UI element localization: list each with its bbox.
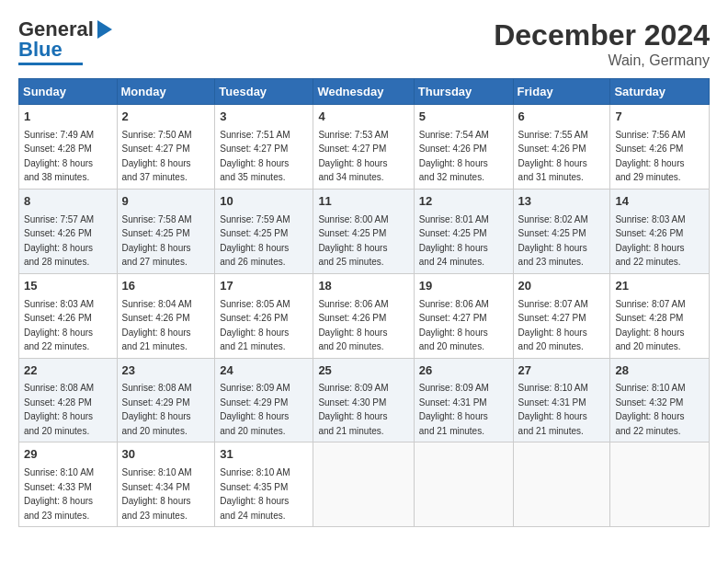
day-info: Sunrise: 8:07 AMSunset: 4:27 PMDaylight:… [518, 299, 588, 352]
calendar-day-cell: 20 Sunrise: 8:07 AMSunset: 4:27 PMDaylig… [513, 273, 610, 358]
day-info: Sunrise: 7:53 AMSunset: 4:27 PMDaylight:… [318, 130, 388, 183]
day-info: Sunrise: 7:57 AMSunset: 4:26 PMDaylight:… [24, 214, 94, 268]
calendar-day-cell [313, 442, 414, 527]
day-info: Sunrise: 7:49 AMSunset: 4:28 PMDaylight:… [24, 130, 94, 183]
day-number: 16 [122, 278, 210, 295]
day-number: 21 [615, 278, 704, 295]
calendar-day-cell: 9 Sunrise: 7:58 AMSunset: 4:25 PMDayligh… [117, 189, 215, 273]
calendar-week-row: 8 Sunrise: 7:57 AMSunset: 4:26 PMDayligh… [19, 189, 710, 273]
calendar-day-cell: 23 Sunrise: 8:08 AMSunset: 4:29 PMDaylig… [117, 358, 215, 442]
day-number: 14 [615, 193, 704, 211]
calendar-day-cell: 18 Sunrise: 8:06 AMSunset: 4:26 PMDaylig… [313, 273, 414, 358]
day-info: Sunrise: 7:54 AMSunset: 4:26 PMDaylight:… [419, 130, 489, 183]
day-number: 17 [220, 278, 308, 295]
calendar-day-cell: 10 Sunrise: 7:59 AMSunset: 4:25 PMDaylig… [215, 189, 313, 273]
calendar-day-cell: 1 Sunrise: 7:49 AMSunset: 4:28 PMDayligh… [19, 105, 118, 190]
day-info: Sunrise: 8:10 AMSunset: 4:35 PMDaylight:… [220, 467, 290, 521]
title-section: December 2024 Wain, Germany [494, 18, 710, 69]
calendar-day-cell: 11 Sunrise: 8:00 AMSunset: 4:25 PMDaylig… [313, 189, 414, 273]
day-info: Sunrise: 8:09 AMSunset: 4:31 PMDaylight:… [419, 383, 489, 436]
day-info: Sunrise: 8:08 AMSunset: 4:29 PMDaylight:… [122, 383, 192, 436]
day-info: Sunrise: 8:02 AMSunset: 4:25 PMDaylight:… [518, 214, 588, 268]
calendar-week-row: 15 Sunrise: 8:03 AMSunset: 4:26 PMDaylig… [19, 273, 710, 358]
day-number: 10 [220, 193, 308, 211]
calendar-day-cell: 21 Sunrise: 8:07 AMSunset: 4:28 PMDaylig… [610, 273, 710, 358]
day-number: 18 [318, 278, 408, 295]
weekday-header: Saturday [610, 79, 710, 105]
calendar-day-cell: 19 Sunrise: 8:06 AMSunset: 4:27 PMDaylig… [414, 273, 513, 358]
weekday-header: Friday [513, 79, 610, 105]
day-info: Sunrise: 8:03 AMSunset: 4:26 PMDaylight:… [24, 299, 94, 352]
day-number: 12 [419, 193, 508, 211]
calendar-day-cell: 2 Sunrise: 7:50 AMSunset: 4:27 PMDayligh… [117, 105, 215, 190]
weekday-header: Wednesday [313, 79, 414, 105]
calendar-week-row: 29 Sunrise: 8:10 AMSunset: 4:33 PMDaylig… [19, 442, 710, 527]
day-number: 9 [122, 193, 210, 211]
calendar-day-cell: 3 Sunrise: 7:51 AMSunset: 4:27 PMDayligh… [215, 105, 313, 190]
logo-arrow-icon [97, 20, 112, 39]
day-info: Sunrise: 8:04 AMSunset: 4:26 PMDaylight:… [122, 299, 192, 352]
day-number: 8 [24, 193, 112, 211]
day-number: 5 [419, 109, 508, 126]
calendar-day-cell: 22 Sunrise: 8:08 AMSunset: 4:28 PMDaylig… [19, 358, 118, 442]
day-number: 20 [518, 278, 606, 295]
day-info: Sunrise: 8:08 AMSunset: 4:28 PMDaylight:… [24, 383, 94, 436]
location: Wain, Germany [494, 52, 710, 69]
calendar-day-cell: 16 Sunrise: 8:04 AMSunset: 4:26 PMDaylig… [117, 273, 215, 358]
calendar-week-row: 1 Sunrise: 7:49 AMSunset: 4:28 PMDayligh… [19, 105, 710, 190]
day-number: 22 [24, 362, 112, 380]
calendar-day-cell: 28 Sunrise: 8:10 AMSunset: 4:32 PMDaylig… [610, 358, 710, 442]
day-info: Sunrise: 8:00 AMSunset: 4:25 PMDaylight:… [318, 214, 388, 268]
day-number: 1 [24, 109, 112, 126]
day-info: Sunrise: 8:09 AMSunset: 4:30 PMDaylight:… [318, 383, 388, 436]
day-number: 23 [122, 362, 210, 380]
page-header: General Blue December 2024 Wain, Germany [18, 18, 710, 69]
calendar-day-cell: 31 Sunrise: 8:10 AMSunset: 4:35 PMDaylig… [215, 442, 313, 527]
calendar-header-row: SundayMondayTuesdayWednesdayThursdayFrid… [19, 79, 710, 105]
day-number: 27 [518, 362, 606, 380]
day-number: 6 [518, 109, 606, 126]
day-number: 7 [615, 109, 704, 126]
day-info: Sunrise: 8:09 AMSunset: 4:29 PMDaylight:… [220, 383, 290, 436]
calendar-day-cell: 24 Sunrise: 8:09 AMSunset: 4:29 PMDaylig… [215, 358, 313, 442]
day-number: 28 [615, 362, 704, 380]
calendar-day-cell: 13 Sunrise: 8:02 AMSunset: 4:25 PMDaylig… [513, 189, 610, 273]
day-number: 19 [419, 278, 508, 295]
day-number: 2 [122, 109, 210, 126]
calendar-day-cell: 15 Sunrise: 8:03 AMSunset: 4:26 PMDaylig… [19, 273, 118, 358]
weekday-header: Tuesday [215, 79, 313, 105]
day-info: Sunrise: 7:59 AMSunset: 4:25 PMDaylight:… [220, 214, 290, 268]
day-info: Sunrise: 8:06 AMSunset: 4:26 PMDaylight:… [318, 299, 388, 352]
day-info: Sunrise: 7:56 AMSunset: 4:26 PMDaylight:… [615, 130, 685, 183]
calendar-day-cell: 25 Sunrise: 8:09 AMSunset: 4:30 PMDaylig… [313, 358, 414, 442]
day-number: 3 [220, 109, 308, 126]
calendar-table: SundayMondayTuesdayWednesdayThursdayFrid… [18, 78, 710, 527]
calendar-day-cell: 8 Sunrise: 7:57 AMSunset: 4:26 PMDayligh… [19, 189, 118, 273]
day-info: Sunrise: 8:10 AMSunset: 4:31 PMDaylight:… [518, 383, 588, 436]
calendar-day-cell [414, 442, 513, 527]
calendar-day-cell: 14 Sunrise: 8:03 AMSunset: 4:26 PMDaylig… [610, 189, 710, 273]
day-info: Sunrise: 8:05 AMSunset: 4:26 PMDaylight:… [220, 299, 290, 352]
weekday-header: Sunday [19, 79, 118, 105]
logo-underline [18, 63, 83, 65]
day-info: Sunrise: 8:06 AMSunset: 4:27 PMDaylight:… [419, 299, 489, 352]
month-title: December 2024 [494, 18, 710, 52]
day-number: 4 [318, 109, 408, 126]
day-number: 29 [24, 446, 112, 464]
day-info: Sunrise: 7:55 AMSunset: 4:26 PMDaylight:… [518, 130, 588, 183]
day-number: 11 [318, 193, 408, 211]
calendar-day-cell [513, 442, 610, 527]
calendar-day-cell: 17 Sunrise: 8:05 AMSunset: 4:26 PMDaylig… [215, 273, 313, 358]
day-number: 15 [24, 278, 112, 295]
day-info: Sunrise: 8:03 AMSunset: 4:26 PMDaylight:… [615, 214, 685, 268]
day-info: Sunrise: 7:51 AMSunset: 4:27 PMDaylight:… [220, 130, 290, 183]
day-number: 25 [318, 362, 408, 380]
day-info: Sunrise: 8:07 AMSunset: 4:28 PMDaylight:… [615, 299, 685, 352]
day-number: 13 [518, 193, 606, 211]
logo: General Blue [18, 18, 112, 65]
calendar-day-cell: 29 Sunrise: 8:10 AMSunset: 4:33 PMDaylig… [19, 442, 118, 527]
logo-blue: Blue [18, 39, 63, 61]
calendar-day-cell: 26 Sunrise: 8:09 AMSunset: 4:31 PMDaylig… [414, 358, 513, 442]
calendar-day-cell: 12 Sunrise: 8:01 AMSunset: 4:25 PMDaylig… [414, 189, 513, 273]
calendar-day-cell: 30 Sunrise: 8:10 AMSunset: 4:34 PMDaylig… [117, 442, 215, 527]
